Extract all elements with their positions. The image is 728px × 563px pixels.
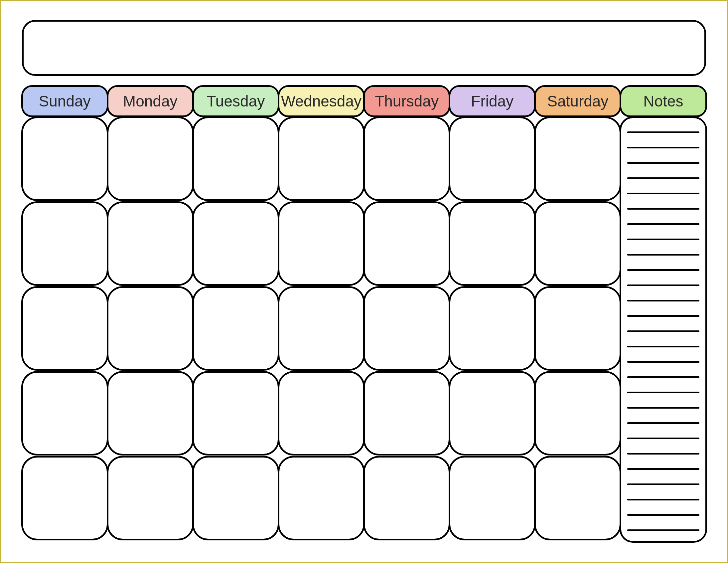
day-cell[interactable] (21, 371, 108, 456)
day-cell[interactable] (449, 286, 536, 371)
note-line (627, 238, 699, 240)
day-cell[interactable] (449, 456, 536, 540)
note-line (627, 453, 699, 455)
title-box[interactable] (22, 20, 706, 76)
header-notes: Notes (620, 85, 707, 117)
day-cell[interactable] (107, 456, 194, 540)
header-saturday: Saturday (534, 85, 621, 117)
day-cell[interactable] (107, 201, 194, 286)
note-line (627, 422, 699, 424)
day-cell[interactable] (363, 286, 450, 371)
day-cell[interactable] (363, 201, 450, 286)
day-cell[interactable] (192, 371, 279, 456)
note-line (627, 331, 699, 332)
note-line (627, 193, 699, 194)
note-line (627, 346, 699, 348)
day-cell[interactable] (363, 371, 450, 456)
day-cell[interactable] (21, 116, 108, 201)
day-cell[interactable] (534, 116, 621, 201)
note-line (627, 514, 699, 516)
day-cell[interactable] (21, 456, 108, 540)
day-cell[interactable] (278, 371, 365, 456)
note-line (627, 392, 699, 393)
day-cell[interactable] (278, 286, 365, 371)
notes-area[interactable] (620, 116, 707, 543)
note-line (627, 131, 699, 133)
note-line (627, 499, 699, 500)
note-line (627, 300, 699, 302)
day-cell[interactable] (278, 456, 365, 540)
day-cell[interactable] (363, 116, 450, 201)
note-line (627, 484, 699, 485)
note-line (627, 177, 699, 179)
day-cell[interactable] (192, 286, 279, 371)
header-tuesday: Tuesday (192, 85, 279, 117)
day-cell[interactable] (107, 116, 194, 201)
note-line (627, 208, 699, 210)
day-cell[interactable] (192, 201, 279, 286)
note-line (627, 315, 699, 317)
note-line (627, 147, 699, 148)
day-cell[interactable] (449, 116, 536, 201)
day-cell[interactable] (449, 371, 536, 456)
note-line (627, 254, 699, 255)
day-cell[interactable] (21, 286, 108, 371)
header-friday: Friday (449, 85, 536, 117)
day-cell[interactable] (278, 201, 365, 286)
header-monday: Monday (107, 85, 194, 117)
note-line (627, 361, 699, 363)
day-cell[interactable] (192, 116, 279, 201)
day-cell[interactable] (21, 201, 108, 286)
day-cell[interactable] (449, 201, 536, 286)
day-cell[interactable] (534, 201, 621, 286)
note-line (627, 529, 699, 531)
header-thursday: Thursday (363, 85, 450, 117)
calendar-page: Sunday Monday Tuesday Wednesday Thursday… (0, 0, 728, 563)
day-cell[interactable] (107, 371, 194, 456)
day-cell[interactable] (534, 456, 621, 540)
note-line (627, 407, 699, 409)
note-line (627, 269, 699, 271)
day-cell[interactable] (534, 286, 621, 371)
day-cell[interactable] (363, 456, 450, 540)
day-cell[interactable] (278, 116, 365, 201)
header-sunday: Sunday (21, 85, 108, 117)
note-line (627, 285, 699, 286)
day-cell[interactable] (534, 371, 621, 456)
note-line (627, 162, 699, 164)
day-cell[interactable] (192, 456, 279, 540)
day-cell[interactable] (107, 286, 194, 371)
note-line (627, 468, 699, 470)
header-wednesday: Wednesday (278, 85, 365, 117)
calendar-grid: Sunday Monday Tuesday Wednesday Thursday… (22, 85, 706, 542)
note-line (627, 223, 699, 225)
note-line (627, 438, 699, 439)
note-line (627, 376, 699, 378)
